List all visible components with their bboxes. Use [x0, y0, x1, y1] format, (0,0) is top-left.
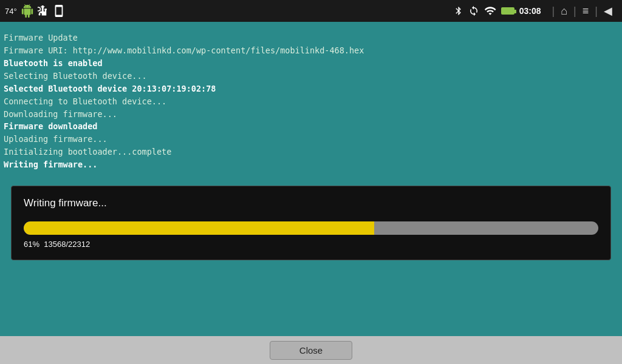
log-line-5: Connecting to Bluetooth device...: [4, 95, 618, 108]
menu-button[interactable]: ≡: [578, 4, 594, 19]
log-line-10: Writing firmware...: [4, 158, 618, 171]
progress-bar-fill: [24, 221, 374, 235]
home-button[interactable]: ⌂: [556, 4, 572, 19]
progress-percent: 61%: [24, 240, 39, 249]
progress-bar-background: [24, 221, 598, 235]
battery-icon: [501, 7, 514, 15]
log-line-0: Firmware Update: [4, 32, 618, 44]
log-line-2: Bluetooth is enabled: [4, 57, 618, 70]
bottom-bar: Close: [0, 336, 622, 364]
log-line-6: Downloading firmware...: [4, 108, 618, 121]
log-line-8: Uploading firmware...: [4, 133, 618, 146]
back-button[interactable]: ◀: [599, 3, 617, 19]
nav-area: | ⌂ | ≡ | ◀: [552, 3, 617, 19]
log-line-4: Selected Bluetooth device 20:13:07:19:02…: [4, 83, 618, 95]
progress-detail: 13568/22312: [44, 240, 90, 249]
progress-dialog: Writing firmware... 61% 13568/22312: [11, 186, 611, 260]
temperature-display: 74°: [5, 7, 17, 16]
android-icon: [21, 4, 34, 18]
usb-icon: [38, 4, 49, 18]
log-line-3: Selecting Bluetooth device...: [4, 70, 618, 83]
close-button[interactable]: Close: [270, 341, 352, 360]
log-line-1: Firmware URI: http://www.mobilinkd.com/w…: [4, 44, 618, 57]
progress-label: 61% 13568/22312: [24, 240, 598, 249]
status-left: 74°: [5, 4, 66, 18]
log-line-7: Firmware downloaded: [4, 120, 618, 133]
wifi-icon: [484, 5, 496, 17]
log-area: Firmware Update Firmware URI: http://www…: [2, 28, 620, 175]
bluetooth-icon: [454, 5, 463, 17]
status-bar: 74° 03:08 | ⌂ |: [0, 0, 622, 22]
main-content: Firmware Update Firmware URI: http://www…: [0, 22, 622, 340]
android-device-icon: [52, 4, 66, 18]
log-line-9: Initializing bootloader...complete: [4, 146, 618, 158]
status-right: 03:08 | ⌂ | ≡ | ◀: [454, 3, 617, 19]
signal-icon: [468, 5, 479, 17]
clock-display: 03:08: [519, 6, 541, 16]
dialog-title: Writing firmware...: [24, 197, 598, 209]
